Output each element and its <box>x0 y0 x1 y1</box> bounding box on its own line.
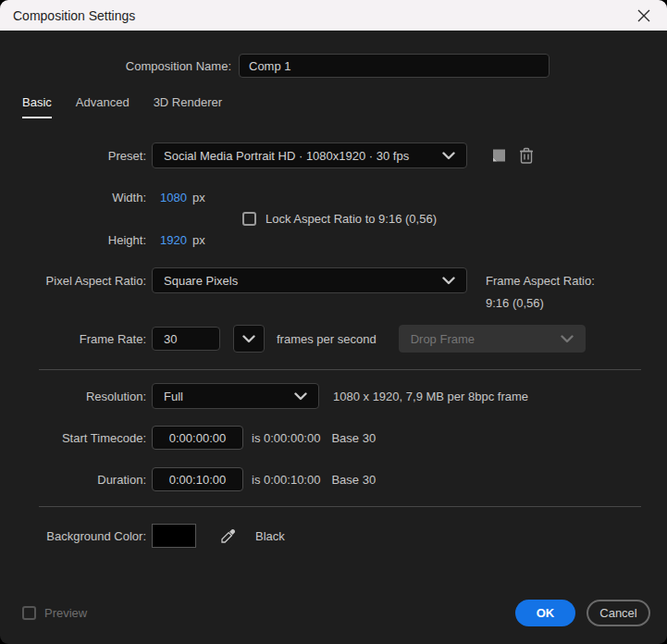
close-button[interactable] <box>634 6 654 26</box>
height-value[interactable]: 1920 <box>160 233 187 247</box>
eyedropper-icon <box>220 528 236 544</box>
width-row: Width: 1080 px <box>0 188 667 206</box>
resolution-value: Full <box>164 390 285 403</box>
divider <box>39 506 641 507</box>
start-timecode-is: is 0:00:00:00 <box>252 431 320 445</box>
dialog-title: Composition Settings <box>13 8 634 23</box>
width-unit: px <box>192 191 205 204</box>
background-color-swatch[interactable] <box>152 524 196 548</box>
background-color-label: Background Color: <box>0 529 146 543</box>
lock-aspect-label: Lock Aspect Ratio to 9:16 (0,56) <box>266 212 437 226</box>
height-label: Height: <box>0 233 146 247</box>
frame-aspect-ratio-label: Frame Aspect Ratio: <box>486 270 595 292</box>
preview-toggle[interactable]: Preview <box>22 606 87 620</box>
start-timecode-base: Base 30 <box>331 431 376 445</box>
ok-button[interactable]: OK <box>515 600 575 626</box>
background-color-name: Black <box>255 529 285 543</box>
frame-rate-input[interactable] <box>152 327 220 351</box>
frame-aspect-ratio-block: Frame Aspect Ratio: 9:16 (0,56) <box>486 270 595 315</box>
chevron-down-icon <box>561 335 574 343</box>
start-timecode-label: Start Timecode: <box>0 431 146 445</box>
frame-rate-row: Frame Rate: frames per second Drop Frame <box>0 325 667 353</box>
lock-aspect-row: Lock Aspect Ratio to 9:16 (0,56) <box>0 211 667 226</box>
background-color-row: Background Color: Black <box>0 524 667 548</box>
duration-is: is 0:00:10:00 <box>252 473 320 487</box>
start-timecode-row: Start Timecode: is 0:00:00:00 Base 30 <box>0 426 667 450</box>
save-preset-icon <box>491 148 507 164</box>
pixel-aspect-ratio-label: Pixel Aspect Ratio: <box>0 274 146 288</box>
resolution-label: Resolution: <box>0 390 146 403</box>
tab-3d-renderer[interactable]: 3D Renderer <box>154 95 222 118</box>
frame-rate-unit: frames per second <box>277 332 377 346</box>
drop-frame-value: Drop Frame <box>411 332 551 346</box>
tab-advanced[interactable]: Advanced <box>76 95 130 118</box>
divider <box>39 369 641 370</box>
chevron-down-icon <box>242 335 255 343</box>
lock-aspect-checkbox[interactable] <box>242 212 256 226</box>
title-bar: Composition Settings <box>0 0 667 31</box>
tab-bar: Basic Advanced 3D Renderer <box>22 95 222 118</box>
height-row: Height: 1920 px <box>0 230 667 249</box>
chevron-down-icon <box>442 152 455 160</box>
preset-row: Preset: Social Media Portrait HD · 1080x… <box>0 142 667 168</box>
frame-rate-label: Frame Rate: <box>0 332 146 346</box>
resolution-row: Resolution: Full 1080 x 1920, 7,9 MB per… <box>0 383 667 409</box>
pixel-aspect-ratio-dropdown[interactable]: Square Pixels <box>152 267 467 293</box>
width-label: Width: <box>0 191 146 204</box>
tab-basic[interactable]: Basic <box>22 95 52 118</box>
preset-value: Social Media Portrait HD · 1080x1920 · 3… <box>164 149 433 163</box>
composition-name-input[interactable] <box>239 54 550 78</box>
drop-frame-dropdown: Drop Frame <box>399 325 586 353</box>
trash-icon <box>519 147 534 164</box>
save-preset-button[interactable] <box>491 148 507 164</box>
delete-preset-button[interactable] <box>519 147 534 164</box>
duration-row: Duration: is 0:00:10:00 Base 30 <box>0 467 667 491</box>
duration-label: Duration: <box>0 473 146 487</box>
pixel-aspect-ratio-value: Square Pixels <box>164 274 433 288</box>
preset-label: Preset: <box>0 149 146 163</box>
preview-checkbox[interactable] <box>22 606 36 620</box>
cancel-button[interactable]: Cancel <box>587 600 650 626</box>
composition-settings-dialog: Composition Settings Composition Name: B… <box>0 0 667 644</box>
duration-base: Base 30 <box>331 473 376 487</box>
composition-name-row: Composition Name: <box>0 54 667 78</box>
width-value[interactable]: 1080 <box>160 191 187 204</box>
resolution-dropdown[interactable]: Full <box>152 383 319 409</box>
chevron-down-icon <box>442 277 455 285</box>
frame-aspect-ratio-value: 9:16 (0,56) <box>486 292 595 315</box>
footer-row: Preview OK Cancel <box>0 600 667 626</box>
duration-input[interactable] <box>152 467 243 491</box>
preview-label: Preview <box>44 606 87 620</box>
close-icon <box>637 9 650 22</box>
chevron-down-icon <box>294 392 307 401</box>
eyedropper-button[interactable] <box>220 528 236 544</box>
preset-dropdown[interactable]: Social Media Portrait HD · 1080x1920 · 3… <box>152 142 467 168</box>
composition-name-label: Composition Name: <box>0 59 231 73</box>
resolution-info: 1080 x 1920, 7,9 MB per 8bpc frame <box>333 390 528 403</box>
frame-rate-preset-dropdown[interactable] <box>233 325 265 353</box>
start-timecode-input[interactable] <box>152 426 243 450</box>
height-unit: px <box>192 233 205 247</box>
